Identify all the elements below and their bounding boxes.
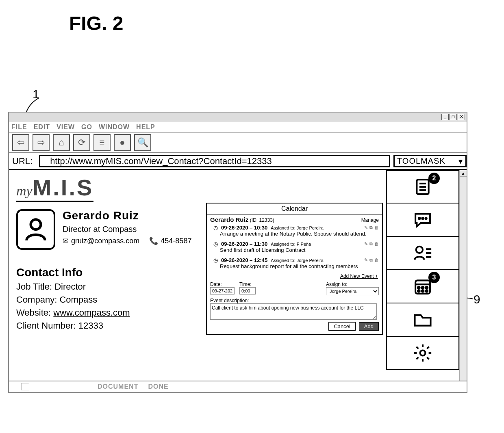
delete-icon[interactable]: 🗑 — [374, 225, 379, 230]
mail-icon: ✉ — [63, 236, 69, 245]
browser-window: _ □ ✕ FILE EDIT VIEW GO WINDOW HELP ⇦ ⇨ … — [8, 112, 467, 393]
svg-point-8 — [416, 247, 423, 253]
menu-bar: FILE EDIT VIEW GO WINDOW HELP — [9, 121, 467, 133]
website-link[interactable]: www.compass.com — [53, 307, 130, 318]
url-label: URL: — [9, 153, 36, 169]
date-input[interactable] — [210, 287, 235, 294]
tool-files[interactable] — [386, 303, 459, 337]
toolbar: ⇦ ⇨ ⌂ ⟳ ≡ ● 🔍 — [9, 133, 467, 153]
event-assigned: Jorge Pereira — [297, 258, 324, 263]
svg-point-17 — [418, 290, 420, 292]
calendar-panel: Calendar Gerardo Ruiz (ID: 12333) Manage… — [206, 203, 383, 335]
minimize-button[interactable]: _ — [441, 114, 449, 120]
tool-settings[interactable] — [386, 337, 459, 370]
company-label: Company: — [16, 294, 57, 305]
event-description: Arrange a meeting at the Notary Public. … — [220, 231, 379, 237]
delete-icon[interactable]: 🗑 — [374, 241, 379, 247]
svg-point-18 — [422, 290, 424, 292]
svg-point-0 — [31, 219, 41, 229]
menu-edit[interactable]: EDIT — [34, 123, 50, 131]
calendar-title: Calendar — [207, 204, 382, 214]
toolmask-header[interactable]: TOOLMASK ▾ — [393, 155, 467, 167]
client-number-label: Client Number: — [16, 320, 76, 331]
add-new-event-link[interactable]: Add New Event + — [211, 273, 378, 279]
scrollbar[interactable]: ▲ — [459, 170, 467, 381]
home-button[interactable]: ⌂ — [53, 134, 70, 151]
clock-icon: ◷ — [213, 257, 218, 263]
calendar-event: ◷ 09-26-2020 – 10:30 Assigned to: Jorge … — [213, 225, 379, 237]
maximize-button[interactable]: □ — [450, 114, 457, 120]
svg-point-14 — [418, 287, 420, 289]
svg-point-20 — [420, 351, 426, 356]
url-row: URL: http://www.myMIS.com/View_Contact?C… — [9, 153, 467, 170]
svg-point-16 — [426, 287, 428, 289]
desc-label: Event description: — [210, 298, 379, 303]
content-area: myM.I.S Gerardo Ruiz Director at Compass… — [9, 170, 467, 381]
svg-point-15 — [422, 287, 424, 289]
tool-contacts[interactable] — [386, 237, 459, 270]
status-box — [21, 383, 29, 390]
edit-icon[interactable]: ✎ — [364, 241, 368, 247]
svg-point-6 — [422, 218, 423, 219]
chevron-down-icon: ▾ — [458, 156, 463, 166]
url-input[interactable]: http://www.myMIS.com/View_Contact?Contac… — [39, 155, 390, 167]
reload-button[interactable]: ⟳ — [73, 134, 90, 151]
status-bar: DOCUMENT DONE — [9, 381, 467, 392]
contact-email[interactable]: gruiz@compass.com — [71, 237, 139, 245]
tool-calendar[interactable]: 3 — [386, 270, 459, 303]
event-datetime: 09-26-2020 – 11:30 — [221, 241, 267, 247]
print-button[interactable]: ≡ — [93, 134, 111, 151]
time-label: Time: — [239, 281, 256, 287]
tool-chat[interactable] — [386, 204, 459, 237]
edit-icon[interactable]: ✎ — [364, 258, 368, 263]
search-button[interactable]: 🔍 — [134, 134, 151, 151]
add-button[interactable]: Add — [359, 322, 379, 331]
tool-notes[interactable]: 2 — [386, 170, 459, 204]
logo-right: M.I.S — [33, 175, 94, 200]
menu-file[interactable]: FILE — [11, 123, 27, 131]
duplicate-icon[interactable]: ⧉ — [369, 241, 373, 247]
callout-1: 1 — [33, 87, 39, 101]
calendar-badge: 3 — [428, 272, 440, 283]
menu-window[interactable]: WINDOW — [99, 123, 130, 131]
cancel-button[interactable]: Cancel — [328, 322, 355, 331]
event-description: Send first draft of Licensing Contract — [220, 247, 379, 253]
duplicate-icon[interactable]: ⧉ — [369, 225, 373, 230]
stop-button[interactable]: ● — [114, 134, 131, 151]
assign-label: Assign to: — [326, 281, 379, 287]
assign-select[interactable]: Jorge Pereira — [326, 287, 379, 295]
manage-label: Manage — [361, 217, 379, 223]
edit-icon[interactable]: ✎ — [364, 225, 368, 230]
back-button[interactable]: ⇦ — [12, 134, 29, 151]
menu-go[interactable]: GO — [81, 123, 92, 131]
forward-button[interactable]: ⇨ — [33, 134, 50, 151]
close-button[interactable]: ✕ — [458, 114, 465, 120]
figure-label: FIG. 2 — [69, 12, 123, 35]
callout-9: 9 — [474, 292, 480, 306]
toolmask-sidebar: 2 3 — [386, 170, 459, 381]
menu-help[interactable]: HELP — [136, 123, 155, 131]
duplicate-icon[interactable]: ⧉ — [369, 258, 373, 263]
notes-badge: 2 — [428, 173, 440, 184]
time-input[interactable] — [239, 287, 256, 294]
event-assigned-label: Assigned to: — [271, 242, 295, 247]
phone-icon: 📞 — [149, 236, 158, 245]
contact-phone[interactable]: 454-8587 — [161, 237, 191, 245]
event-assigned: Jorge Pereira — [297, 225, 324, 230]
status-done: DONE — [148, 383, 168, 390]
delete-icon[interactable]: 🗑 — [374, 258, 379, 263]
scroll-up-icon[interactable]: ▲ — [460, 170, 467, 177]
desc-textarea[interactable]: Call client to ask him about opening new… — [210, 303, 377, 320]
company-value: Compass — [59, 294, 97, 305]
calendar-person-id: (ID: 12333) — [250, 217, 274, 223]
contact-role: Director at Compass — [63, 225, 191, 234]
clock-icon: ◷ — [213, 225, 218, 231]
calendar-event: ◷ 09-26-2020 – 12:45 Assigned to: Jorge … — [213, 257, 379, 269]
clock-icon: ◷ — [213, 241, 218, 247]
menu-view[interactable]: VIEW — [56, 123, 75, 131]
logo-left: my — [16, 183, 33, 198]
job-title-label: Job Title: — [16, 281, 52, 292]
calendar-event: ◷ 09-26-2020 – 11:30 Assigned to: F Peña… — [213, 241, 379, 253]
page-body: myM.I.S Gerardo Ruiz Director at Compass… — [9, 170, 386, 381]
svg-point-19 — [426, 290, 428, 292]
